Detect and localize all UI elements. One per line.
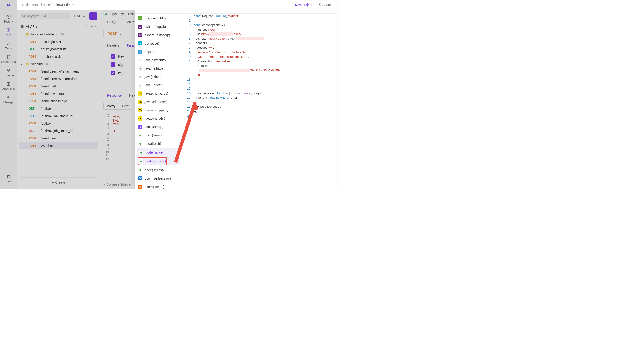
top-header: Frank personal space / EchoAPI demo ⌄ +N… bbox=[17, 0, 336, 10]
code-pane: 1const request = require('request'); 2 3… bbox=[182, 14, 336, 189]
lang-item-clojure-clj_http-[interactable]: λclojure(clj_http) bbox=[135, 14, 182, 23]
lang-item-java-asynchttp-[interactable]: ☕java(asynchttp) bbox=[135, 56, 182, 64]
chevron-down-icon[interactable]: ⌄ bbox=[75, 3, 78, 7]
lang-item-javascript-jquery-[interactable]: JSjavascript(jquery) bbox=[135, 106, 182, 114]
lang-item-csharp-httpclient-[interactable]: C#csharp(httpclient) bbox=[135, 23, 182, 31]
lang-icon: JS bbox=[138, 100, 142, 104]
lang-item-csharp-restsharp-[interactable]: C#csharp(restsharp) bbox=[135, 31, 182, 39]
lang-icon: ☕ bbox=[138, 66, 142, 71]
lang-item-node-request-[interactable]: ⬢node(request) bbox=[137, 157, 180, 165]
share-button[interactable]: ⇱Share bbox=[316, 2, 333, 8]
lang-icon: C# bbox=[138, 25, 142, 29]
language-list: λclojure(clj_http)C#csharp(httpclient)C#… bbox=[135, 14, 182, 189]
lang-item-java-okhttp-[interactable]: ☕java(okhttp) bbox=[135, 73, 182, 81]
lang-icon: H bbox=[138, 50, 142, 54]
lang-icon: ☕ bbox=[138, 58, 142, 62]
lang-icon: JS bbox=[138, 108, 142, 112]
lang-item-javascript-fetch-[interactable]: JSjavascript(fetch) bbox=[135, 98, 182, 106]
lang-item-node-unirest-[interactable]: ⬢node(unirest) bbox=[135, 166, 182, 174]
lang-item-go-native-[interactable]: ~go(native) bbox=[135, 39, 182, 48]
lang-icon: ☕ bbox=[138, 83, 142, 87]
share-icon: ⇱ bbox=[319, 3, 322, 7]
lang-icon: C# bbox=[138, 33, 142, 37]
lang-item-javascript-axios-[interactable]: JSjavascript(axios) bbox=[135, 89, 182, 98]
lang-icon: ⬢ bbox=[138, 142, 142, 146]
lang-item-http-1.1-[interactable]: Hhttp(1.1) bbox=[135, 48, 182, 56]
lang-item-node-native-[interactable]: ⬢node(native) bbox=[137, 148, 180, 157]
lang-icon: ⬢ bbox=[138, 133, 142, 137]
lang-icon: ☕ bbox=[138, 75, 142, 79]
generate-code-drawer: ✕ Generate Code ⧉Copy Code λclojure(clj_… bbox=[135, 0, 336, 189]
lang-item-java-unirest-[interactable]: ☕java(unirest) bbox=[135, 81, 182, 89]
plus-icon: + bbox=[292, 3, 294, 7]
lang-item-node-fetch-[interactable]: ⬢node(fetch) bbox=[135, 139, 182, 148]
breadcrumb-project[interactable]: EchoAPI demo bbox=[52, 3, 74, 7]
lang-icon: ⬢ bbox=[139, 159, 143, 163]
lang-icon: λ bbox=[138, 16, 142, 21]
lang-item-node-axios-[interactable]: ⬢node(axios) bbox=[135, 131, 182, 139]
breadcrumb-workspace[interactable]: Frank personal space bbox=[20, 3, 52, 7]
lang-icon: JS bbox=[138, 91, 142, 96]
lang-item-kotlin-okhttp-[interactable]: Kkotlin(okhttp) bbox=[135, 123, 182, 131]
lang-item-objc-nsurlsession-[interactable]: OCobjc(nsurlsession) bbox=[135, 174, 182, 183]
lang-item-ocaml-cohttp-[interactable]: Oocaml(cohttp) bbox=[135, 183, 182, 189]
new-project-button[interactable]: +New project bbox=[290, 2, 314, 8]
lang-icon: O bbox=[138, 185, 142, 189]
lang-icon: K bbox=[138, 125, 142, 129]
lang-icon: ⬢ bbox=[138, 168, 142, 172]
lang-item-javascript-xhr-[interactable]: JSjavascript(xhr) bbox=[135, 114, 182, 123]
lang-icon: JS bbox=[138, 117, 142, 121]
lang-icon: ⬢ bbox=[139, 150, 143, 155]
lang-icon: OC bbox=[138, 176, 142, 181]
lang-item-java-nethttp-[interactable]: ☕java(nethttp) bbox=[135, 64, 182, 73]
lang-icon: ~ bbox=[138, 41, 142, 46]
